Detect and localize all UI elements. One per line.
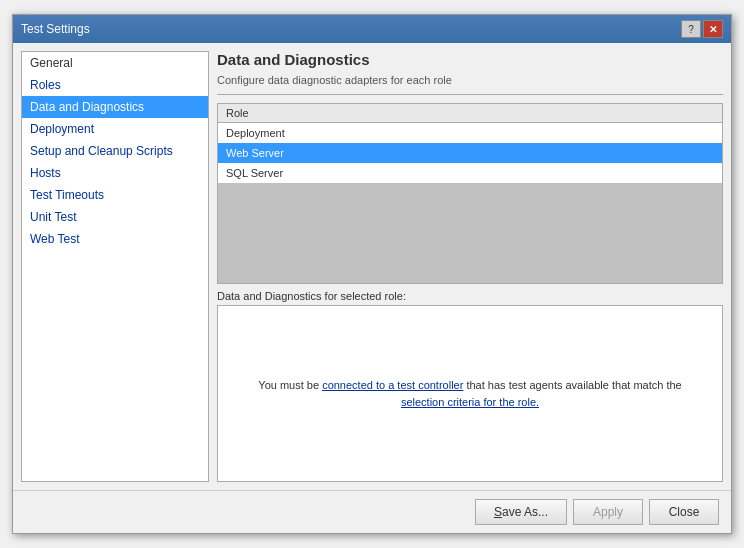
- close-label: Close: [669, 505, 700, 519]
- close-button[interactable]: Close: [649, 499, 719, 525]
- dialog-title: Test Settings: [21, 22, 90, 36]
- test-settings-dialog: Test Settings ? ✕ General Roles Data and…: [12, 14, 732, 534]
- role-list-empty-area: [218, 183, 722, 283]
- roles-table: Role Deployment Web Server SQL Server: [217, 103, 723, 284]
- window-close-button[interactable]: ✕: [703, 20, 723, 38]
- sidebar-item-hosts[interactable]: Hosts: [22, 162, 208, 184]
- selection-criteria-link: selection criteria for the role.: [401, 396, 539, 408]
- diagnostics-message: You must be connected to a test controll…: [258, 377, 681, 410]
- role-item-web-server[interactable]: Web Server: [218, 143, 722, 163]
- diagnostics-section: Data and Diagnostics for selected role: …: [217, 290, 723, 482]
- title-bar-buttons: ? ✕: [681, 20, 723, 38]
- main-content: Data and Diagnostics Configure data diag…: [217, 51, 723, 482]
- help-button[interactable]: ?: [681, 20, 701, 38]
- divider: [217, 94, 723, 95]
- role-item-sql-server[interactable]: SQL Server: [218, 163, 722, 183]
- roles-column-header: Role: [218, 104, 722, 123]
- sidebar-item-general[interactable]: General: [22, 52, 208, 74]
- section-subtitle: Configure data diagnostic adapters for e…: [217, 74, 723, 86]
- sidebar-item-unit-test[interactable]: Unit Test: [22, 206, 208, 228]
- dialog-footer: Save As... Apply Close: [13, 490, 731, 533]
- sidebar-item-setup-cleanup[interactable]: Setup and Cleanup Scripts: [22, 140, 208, 162]
- section-title: Data and Diagnostics: [217, 51, 723, 68]
- sidebar-item-roles[interactable]: Roles: [22, 74, 208, 96]
- sidebar-item-web-test[interactable]: Web Test: [22, 228, 208, 250]
- apply-label: Apply: [593, 505, 623, 519]
- role-item-deployment[interactable]: Deployment: [218, 123, 722, 143]
- sidebar: General Roles Data and Diagnostics Deplo…: [21, 51, 209, 482]
- apply-button[interactable]: Apply: [573, 499, 643, 525]
- sidebar-item-deployment[interactable]: Deployment: [22, 118, 208, 140]
- sidebar-item-data-and-diagnostics[interactable]: Data and Diagnostics: [22, 96, 208, 118]
- save-as-button[interactable]: Save As...: [475, 499, 567, 525]
- roles-list: Deployment Web Server SQL Server: [218, 123, 722, 283]
- connected-link: connected to a test controller: [322, 379, 463, 391]
- diagnostics-box: You must be connected to a test controll…: [217, 305, 723, 482]
- diagnostics-label: Data and Diagnostics for selected role:: [217, 290, 723, 302]
- dialog-body: General Roles Data and Diagnostics Deplo…: [13, 43, 731, 490]
- sidebar-item-test-timeouts[interactable]: Test Timeouts: [22, 184, 208, 206]
- title-bar: Test Settings ? ✕: [13, 15, 731, 43]
